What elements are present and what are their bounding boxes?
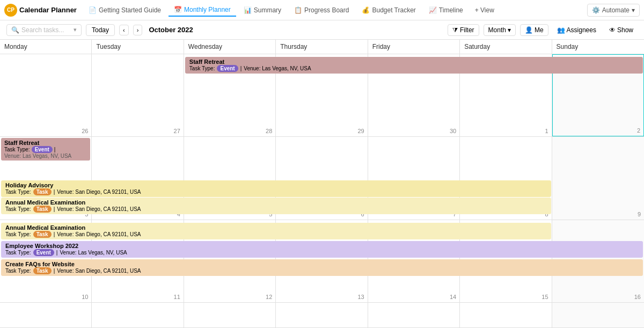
- toolbar: 🔍 Search tasks... ▾ Today ‹ › October 20…: [0, 20, 644, 40]
- day-cell-5: 5: [184, 137, 276, 219]
- header-sunday: Sunday: [552, 40, 644, 54]
- day-cell-7: 7: [368, 137, 460, 219]
- day-cell-6: 6: [276, 137, 368, 219]
- tab-getting-started[interactable]: 📄 Getting Started Guide: [83, 4, 166, 16]
- venue-text: Venue: Las Vegas, NV, USA: [4, 153, 87, 159]
- search-icon: 🔍: [11, 26, 19, 34]
- day-cell-2: 2: [552, 54, 644, 136]
- chevron-down-icon: ▾: [632, 6, 635, 14]
- summary-icon: 📊: [244, 6, 252, 14]
- tab-budget-tracker[interactable]: 💰 Budget Tracker: [356, 4, 421, 16]
- assignees-icon: 👥: [557, 26, 565, 34]
- day-cell-26: 26: [0, 54, 92, 136]
- calendar-body: 26 27 28 29 30 1 2 Staff Retreat Task Ty…: [0, 54, 644, 328]
- day-cell-16: 16: [552, 220, 644, 302]
- filter-icon: ⧩: [452, 26, 458, 34]
- day-cell-15: 15: [460, 220, 552, 302]
- tab-timeline[interactable]: 📈 Timeline: [423, 4, 469, 16]
- day-cell-3: Staff Retreat Task Type: Event | Venue: …: [0, 137, 92, 219]
- filter-button[interactable]: ⧩ Filter: [448, 24, 479, 36]
- calendar: Monday Tuesday Wednesday Thursday Friday…: [0, 40, 644, 328]
- app-title: Calendar Planner: [19, 6, 77, 14]
- week-row-2: Staff Retreat Task Type: Event | Venue: …: [0, 137, 644, 220]
- search-dropdown-icon: ▾: [74, 26, 77, 33]
- week-row-3: 10 11 12 13 14 15 16 Annual Medical Exam…: [0, 220, 644, 303]
- today-button[interactable]: Today: [86, 24, 115, 36]
- event-title: Staff Retreat: [4, 140, 87, 146]
- me-button[interactable]: 👤 Me: [520, 24, 548, 36]
- automate-button[interactable]: ⚙️ Automate ▾: [587, 4, 640, 17]
- day-cell-30: 30: [368, 54, 460, 136]
- app-icon: CP: [4, 4, 17, 17]
- next-month-button[interactable]: ›: [133, 25, 143, 35]
- header-monday: Monday: [0, 40, 92, 54]
- day-cell-13: 13: [276, 220, 368, 302]
- day-cell-1: 1: [460, 54, 552, 136]
- header-wednesday: Wednesday: [184, 40, 276, 54]
- tab-progress-board[interactable]: 📋 Progress Board: [289, 4, 354, 16]
- page-icon: 📄: [89, 6, 97, 14]
- tab-monthly-planner[interactable]: 📅 Monthly Planner: [169, 4, 236, 17]
- automate-icon: ⚙️: [592, 6, 600, 14]
- day-cell-14: 14: [368, 220, 460, 302]
- timeline-icon: 📈: [429, 6, 437, 14]
- board-icon: 📋: [294, 6, 302, 14]
- week-row-4: [0, 303, 644, 328]
- current-month-label: October 2022: [149, 26, 193, 34]
- event-type-tag: Event: [32, 146, 53, 153]
- day-cell-28: 28: [184, 54, 276, 136]
- week-row-1: 26 27 28 29 30 1 2 Staff Retreat Task Ty…: [0, 54, 644, 137]
- assignees-button[interactable]: 👥 Assignees: [553, 25, 601, 35]
- day-cell-29: 29: [276, 54, 368, 136]
- search-box[interactable]: 🔍 Search tasks... ▾: [6, 24, 82, 36]
- show-button[interactable]: 👁 Show: [605, 25, 638, 35]
- day-cell-27: 27: [92, 54, 184, 136]
- month-view-button[interactable]: Month ▾: [484, 24, 516, 36]
- eye-icon: 👁: [609, 26, 616, 34]
- event-meta: Task Type: Event |: [4, 146, 87, 153]
- user-icon: 👤: [525, 26, 533, 34]
- top-navigation: CP Calendar Planner 📄 Getting Started Gu…: [0, 0, 644, 20]
- day-cell-8: 8: [460, 137, 552, 219]
- calendar-icon: 📅: [174, 6, 182, 13]
- staff-retreat-mon[interactable]: Staff Retreat Task Type: Event | Venue: …: [1, 138, 90, 161]
- chevron-down-icon: ▾: [508, 26, 511, 34]
- header-thursday: Thursday: [276, 40, 368, 54]
- header-tuesday: Tuesday: [92, 40, 184, 54]
- day-headers: Monday Tuesday Wednesday Thursday Friday…: [0, 40, 644, 54]
- header-friday: Friday: [368, 40, 460, 54]
- header-saturday: Saturday: [460, 40, 552, 54]
- tab-summary[interactable]: 📊 Summary: [238, 4, 287, 16]
- budget-icon: 💰: [362, 6, 370, 14]
- day-cell-10: 10: [0, 220, 92, 302]
- add-view-button[interactable]: + View: [471, 4, 499, 16]
- day-cell-11: 11: [92, 220, 184, 302]
- day-cell-12: 12: [184, 220, 276, 302]
- day-cell-4: 4: [92, 137, 184, 219]
- prev-month-button[interactable]: ‹: [119, 25, 129, 35]
- day-cell-9: 9: [552, 137, 644, 219]
